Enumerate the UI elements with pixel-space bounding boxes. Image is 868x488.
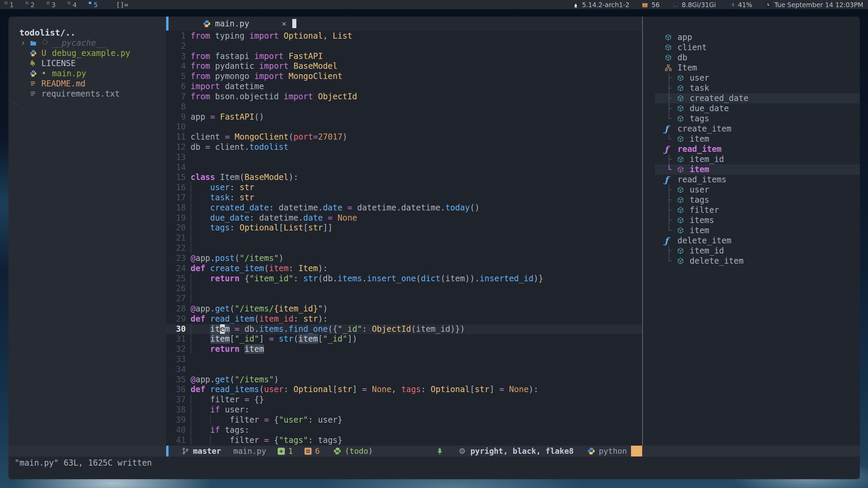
workspace-1[interactable]: 1	[5, 1, 14, 9]
tree-item-debug_example.py[interactable]: Udebug_example.py	[8, 48, 166, 58]
tag-items[interactable]: ├items	[643, 215, 860, 225]
code-line-25[interactable]: 25▏ return {"item_id": str(db.items.inse…	[166, 274, 642, 284]
code-line-41[interactable]: 41▏ ▏ filter = {"tags": tags}	[166, 435, 642, 446]
code-line-32[interactable]: 32▏ return item	[166, 344, 642, 354]
tag-read_item[interactable]: ƒread_item	[643, 144, 860, 154]
code-token: ▏	[191, 395, 195, 404]
workspace-4[interactable]: 4	[68, 1, 77, 9]
workspace-2[interactable]: 2	[26, 1, 35, 9]
active-window-accent-bar	[166, 17, 169, 30]
tree-item-__pycache__[interactable]: ›__pycache__	[8, 38, 166, 48]
tag-filter[interactable]: ├filter	[643, 205, 860, 215]
code-line-3[interactable]: 3from fastapi import FastAPI	[166, 52, 642, 62]
tag-tags[interactable]: ├tags	[643, 195, 860, 205]
tag-item[interactable]: └item	[643, 164, 860, 175]
code-token: @	[191, 375, 195, 384]
code-token: BaseModel	[289, 61, 338, 71]
workspace-5[interactable]: 5	[89, 1, 98, 9]
tag-item[interactable]: └item	[643, 134, 860, 144]
tag-item[interactable]: └item	[643, 225, 860, 236]
code-line-40[interactable]: 40▏ if tags:	[166, 425, 642, 435]
code-line-18[interactable]: 18▏ created_date: datetime.date = dateti…	[166, 203, 642, 213]
tree-item-README.md[interactable]: README.md	[8, 79, 166, 89]
code-line-5[interactable]: 5from pymongo import MongoClient	[166, 72, 642, 82]
code-line-8[interactable]: 8	[166, 102, 642, 112]
tag-delete_item[interactable]: └delete_item	[643, 256, 860, 266]
code-line-14[interactable]: 14	[166, 163, 642, 173]
tag-user[interactable]: ├user	[643, 73, 860, 83]
line-text: def read_item(item_id: str):	[191, 314, 328, 324]
code-line-7[interactable]: 7from bson.objectid import ObjectId	[166, 92, 642, 102]
code-token	[195, 274, 210, 283]
tab-main-py[interactable]: main.py ✕	[203, 19, 286, 28]
tag-created_date[interactable]: ├created_date	[643, 93, 860, 103]
code-token: ,	[323, 31, 328, 41]
python-icon	[203, 20, 211, 28]
workspace-square-icon	[68, 2, 70, 4]
tag-create_item[interactable]: ƒcreate_item	[643, 124, 860, 134]
code-line-22[interactable]: 22▏	[166, 243, 642, 253]
code-line-16[interactable]: 16▏ user: str	[166, 183, 642, 193]
code-line-37[interactable]: 37▏ filter = {}	[166, 395, 642, 405]
code-line-13[interactable]: 13	[166, 152, 642, 163]
code-line-30[interactable]: 30▏ item = db.items.find_one({"_id": Obj…	[166, 324, 642, 334]
tree-item-main.py[interactable]: •main.py	[8, 68, 166, 79]
statusline: master main.py + 1 6 (todo) ⚙ pyright, b…	[8, 446, 860, 456]
code-line-26[interactable]: 26▏	[166, 284, 642, 294]
code-line-11[interactable]: 11client = MongoClient(port=27017)	[166, 132, 642, 142]
line-number: 1	[166, 31, 191, 41]
bar-modules: 5.14.2-arch1-2568.8Gi/31Gi41%Tue Septemb…	[572, 1, 863, 8]
tree-item-LICENSE[interactable]: LICENSE	[8, 58, 166, 68]
file-tree-root[interactable]: todolist/..	[8, 28, 166, 38]
code-line-35[interactable]: 35@app.get("/items")	[166, 375, 642, 385]
code-line-39[interactable]: 39▏ ▏ filter = {"user": user}	[166, 415, 642, 425]
code-line-27[interactable]: 27▏	[166, 294, 642, 304]
code-line-9[interactable]: 9app = FastAPI()	[166, 112, 642, 122]
code-token	[195, 415, 210, 425]
code-token: ▏	[210, 435, 215, 445]
tab-close-button[interactable]: ✕	[282, 19, 286, 28]
code-line-34[interactable]: 34	[166, 365, 642, 375]
code-token	[195, 435, 210, 445]
code-line-2[interactable]: 2	[166, 41, 642, 52]
tag-client[interactable]: client	[643, 42, 860, 53]
tag-app[interactable]: app	[643, 32, 860, 42]
tree-item-requirements.txt[interactable]: requirements.txt	[8, 89, 166, 99]
code-line-4[interactable]: 4from pydantic import BaseModel	[166, 61, 642, 72]
tag-task[interactable]: ├task	[643, 83, 860, 93]
code-line-36[interactable]: 36def read_items(user: Optional[str] = N…	[166, 385, 642, 395]
code-line-1[interactable]: 1from typing import Optional, List	[166, 31, 642, 41]
code-buffer[interactable]: 1from typing import Optional, List23from…	[166, 30, 642, 446]
code-line-6[interactable]: 6import datetime	[166, 82, 642, 92]
code-token: ObjectId	[372, 324, 411, 334]
workspace-3[interactable]: 3	[47, 1, 56, 9]
tag-delete_item[interactable]: ƒdelete_item	[643, 236, 860, 246]
code-line-23[interactable]: 23@app.post("/items")	[166, 253, 642, 264]
chevron-right-icon[interactable]: ›	[21, 38, 29, 48]
tag-item_id[interactable]: ├item_id	[643, 246, 860, 256]
code-line-28[interactable]: 28@app.get("/items/{item_id}")	[166, 304, 642, 314]
code-line-15[interactable]: 15class Item(BaseModel):	[166, 172, 642, 183]
tag-item_id[interactable]: ├item_id	[643, 154, 860, 164]
code-line-24[interactable]: 24def create_item(item: Item):	[166, 264, 642, 274]
code-line-10[interactable]: 10	[166, 122, 642, 132]
code-token: (	[264, 264, 269, 273]
code-line-38[interactable]: 38▏ if user:	[166, 405, 642, 415]
tag-Item[interactable]: Item	[643, 63, 860, 73]
code-line-29[interactable]: 29def read_item(item_id: str):	[166, 314, 642, 324]
tag-db[interactable]: db	[643, 53, 860, 63]
tag-due_date[interactable]: ├due_date	[643, 103, 860, 114]
code-line-20[interactable]: 20▏ tags: Optional[List[str]]	[166, 223, 642, 233]
code-line-19[interactable]: 19▏ due_date: datetime.date = None	[166, 213, 642, 223]
line-text: ▏	[191, 243, 195, 253]
tag-user[interactable]: ├user	[643, 185, 860, 195]
code-line-17[interactable]: 17▏ task: str	[166, 193, 642, 203]
code-line-31[interactable]: 31▏ item["_id"] = str(item["_id"])	[166, 334, 642, 344]
tag-tags[interactable]: └tags	[643, 114, 860, 124]
code-line-33[interactable]: 33	[166, 354, 642, 365]
tag-read_items[interactable]: ƒread_items	[643, 175, 860, 185]
code-line-12[interactable]: 12db = client.todolist	[166, 142, 642, 152]
code-line-21[interactable]: 21▏	[166, 233, 642, 243]
code-token: datetime.datetime.	[352, 203, 446, 212]
code-token: client	[191, 132, 225, 142]
